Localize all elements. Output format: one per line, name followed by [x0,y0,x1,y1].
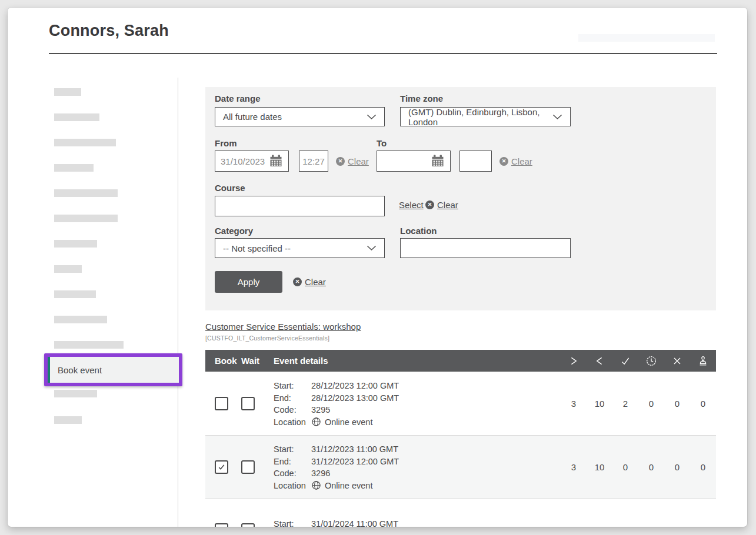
sidebar-item-placeholder [54,316,107,323]
clear-circle-icon: ✕ [293,277,302,286]
status-column-icons [561,355,716,367]
status-count: 0 [690,399,716,409]
status-count: 0 [690,462,716,472]
sidebar-item-label: Book event [58,365,102,375]
book-checkbox[interactable] [215,397,228,410]
course-title-link[interactable]: Customer Service Essentials: workshop [205,322,361,332]
date-range-value: All future dates [223,112,282,122]
date-range-label: Date range [215,93,261,103]
course-clear-link[interactable]: ✕ Clear [425,200,458,210]
chevron-down-icon [552,114,562,120]
status-count: 0 [612,462,638,472]
checkmark-icon [218,463,225,471]
events-rows: Start: 28/12/2023 12:00 GMT End: 28/12/2… [205,372,716,527]
sidebar-item-placeholder [54,265,82,273]
book-column-header: Book [205,356,241,366]
sidebar-item-placeholder [54,189,118,197]
wait-checkbox[interactable] [241,460,255,474]
status-counts: 3100000 [561,525,716,527]
date-range-select[interactable]: All future dates [215,107,385,126]
category-value: -- Not specified -- [223,243,291,253]
detail-value: 28/12/2023 13:00 GMT [311,392,399,404]
status-count: 10 [587,462,612,472]
stamp-icon [690,355,716,367]
status-count: 0 [664,462,690,472]
event-detail-line: Start: 31/01/2024 11:00 GMT [274,518,561,527]
from-label: From [215,138,237,148]
time-zone-select[interactable]: (GMT) Dublin, Edinburgh, Lisbon, London [400,107,571,126]
cross-icon [664,355,690,367]
from-date-input[interactable]: 31/10/2023 [215,151,289,172]
to-time-input[interactable] [459,151,492,172]
course-select-link[interactable]: Select [399,200,424,210]
detail-value: Online event [311,416,372,429]
book-checkbox[interactable] [215,523,228,527]
status-count: 3 [561,399,587,409]
course-clear-label: Clear [437,200,458,210]
location-input[interactable] [400,238,571,258]
event-detail-line: Start: 31/12/2023 11:00 GMT [274,443,561,456]
clock-icon [638,355,664,367]
globe-icon [311,480,321,490]
from-clear-label: Clear [348,156,369,166]
book-checkbox[interactable] [215,460,228,474]
wait-column-header: Wait [241,356,274,366]
status-count: 10 [587,525,612,527]
from-time-input[interactable]: 12:27 [299,151,328,172]
calendar-icon[interactable] [431,154,445,168]
detail-value: Online event [311,480,372,492]
course-select-label: Select [399,200,424,210]
wait-checkbox[interactable] [241,523,255,527]
book-cell [205,523,241,527]
event-detail-line: Location Online event [274,480,561,492]
events-table: Book Wait Event details [205,350,716,527]
wait-cell [241,523,274,527]
to-clear-label: Clear [511,156,532,166]
event-detail-line: Location Online event [274,416,561,429]
book-event-annotation-box: Book event [44,353,182,386]
apply-clear-link[interactable]: ✕ Clear [293,277,326,287]
book-cell [205,460,241,474]
sidebar-item-placeholder [54,215,118,222]
sidebar-item-book-event[interactable]: Book event [48,357,179,383]
filter-panel: Date range All future dates Time zone (G… [205,87,716,310]
chevron-down-icon [367,245,377,251]
detail-label: Start: [274,443,311,456]
course-heading: Customer Service Essentials: workshop [C… [205,322,361,342]
event-details-cell: Start: 28/12/2023 12:00 GMT End: 28/12/2… [274,372,561,435]
book-cell [205,397,241,410]
category-label: Category [215,226,253,236]
sidebar-item-placeholder [54,139,116,146]
category-select[interactable]: -- Not specified -- [215,238,385,258]
location-label: Location [400,226,437,236]
status-count: 10 [587,399,612,409]
course-label: Course [215,183,245,193]
detail-value: 28/12/2023 12:00 GMT [311,380,399,392]
event-details-column-header: Event details [274,356,561,366]
chevron-right-icon [561,355,587,367]
status-count: 0 [664,525,690,527]
detail-label: Start: [274,380,311,392]
apply-clear-label: Clear [305,277,326,287]
detail-value: 3296 [311,467,330,480]
detail-label: Start: [274,518,311,527]
status-counts: 3102000 [561,399,716,409]
wait-checkbox[interactable] [241,397,255,410]
apply-button[interactable]: Apply [215,271,282,293]
course-input[interactable] [215,196,385,216]
sidebar-item-placeholder [54,416,82,424]
wait-cell [241,460,274,474]
sidebar-item-placeholder [54,290,96,298]
from-clear-link[interactable]: ✕ Clear [336,156,369,166]
chevron-down-icon [367,114,377,120]
sidebar-divider [178,78,178,527]
sidebar-item-placeholder [54,113,99,121]
globe-icon [311,417,321,427]
event-detail-line: End: 31/12/2023 12:00 GMT [274,456,561,468]
calendar-icon[interactable] [269,154,283,168]
to-date-input[interactable] [377,151,451,172]
status-count: 0 [664,399,690,409]
from-time-value: 12:27 [302,156,325,166]
check-icon [612,355,638,367]
to-clear-link[interactable]: ✕ Clear [499,156,532,166]
